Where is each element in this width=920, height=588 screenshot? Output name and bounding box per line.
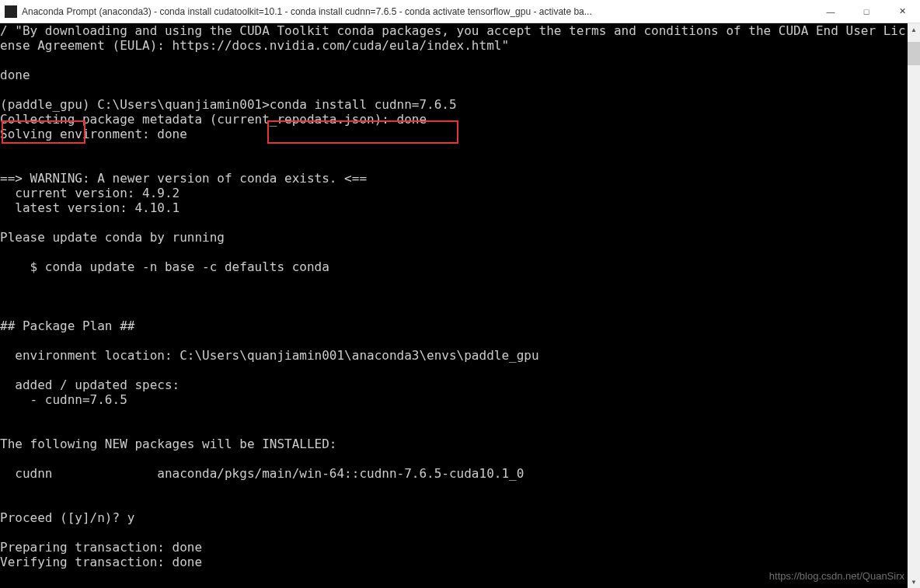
terminal-line: Verifying transaction: done (0, 555, 202, 569)
watermark-text: https://blog.csdn.net/QuanSirx (769, 570, 904, 582)
terminal-line: - cudnn=7.6.5 (0, 392, 127, 407)
terminal-output[interactable]: / "By downloading and using the CUDA Too… (0, 23, 908, 588)
terminal-line: cudnn anaconda/pkgs/main/win-64::cudnn-7… (0, 466, 524, 481)
scrollbar-thumb[interactable] (908, 42, 920, 65)
maximize-button[interactable]: □ (849, 0, 884, 23)
scrollbar-down-button[interactable]: ▼ (908, 576, 920, 588)
app-icon (5, 5, 17, 18)
window: Anaconda Prompt (anaconda3) - conda inst… (0, 0, 920, 588)
scrollbar[interactable]: ▲ ▼ (908, 23, 920, 588)
terminal-line: added / updated specs: (0, 378, 179, 392)
terminal-container: / "By downloading and using the CUDA Too… (0, 23, 920, 588)
titlebar-controls: — □ ✕ (813, 0, 920, 23)
prompt-command: conda install cudnn=7.6.5 (270, 97, 457, 112)
scrollbar-track[interactable] (908, 36, 920, 576)
terminal-line: environment location: C:\Users\quanjiami… (0, 348, 539, 363)
window-title: Anaconda Prompt (anaconda3) - conda inst… (22, 6, 813, 17)
prompt-path: C:\Users\quanjiamin001> (90, 97, 270, 112)
terminal-line: ## Package Plan ## (0, 318, 134, 333)
terminal-line: ense Agreement (EULA): https://docs.nvid… (0, 38, 509, 53)
terminal-line: The following NEW packages will be INSTA… (0, 437, 336, 451)
terminal-line: Please update conda by running (0, 230, 225, 245)
close-button[interactable]: ✕ (884, 0, 920, 23)
scrollbar-up-button[interactable]: ▲ (908, 23, 920, 36)
terminal-line: Collecting package metadata (current_rep… (0, 112, 427, 127)
terminal-line: $ conda update -n base -c defaults conda (0, 259, 329, 274)
prompt-env: (paddle_gpu) (0, 97, 90, 112)
terminal-line: ==> WARNING: A newer version of conda ex… (0, 171, 367, 186)
terminal-line: / "By downloading and using the CUDA Too… (0, 23, 906, 38)
terminal-line: Preparing transaction: done (0, 540, 202, 555)
terminal-line: done (0, 68, 30, 82)
minimize-button[interactable]: — (813, 0, 849, 23)
terminal-line: Solving environment: done (0, 127, 187, 141)
terminal-line: latest version: 4.10.1 (0, 200, 179, 215)
terminal-line: Proceed ([y]/n)? y (0, 510, 134, 525)
terminal-line: current version: 4.9.2 (0, 186, 179, 200)
titlebar[interactable]: Anaconda Prompt (anaconda3) - conda inst… (0, 0, 920, 23)
